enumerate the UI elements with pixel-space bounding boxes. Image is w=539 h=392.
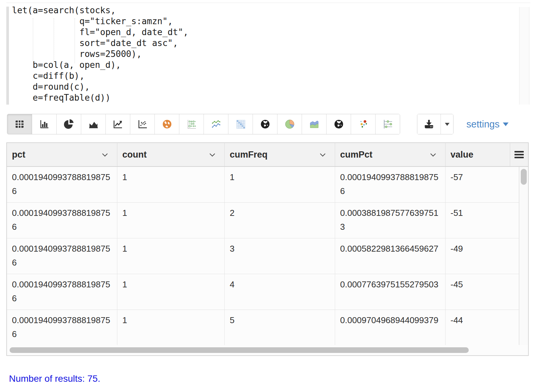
- viz-pie-color-button[interactable]: [277, 114, 302, 134]
- download-button-group: [417, 114, 453, 134]
- settings-link[interactable]: settings: [466, 114, 509, 134]
- multi-line-chart-icon: [211, 119, 221, 129]
- column-label: cumFreq: [230, 150, 268, 160]
- table-row: 0.00019409937888198756 1 1 0.00019409937…: [7, 167, 528, 203]
- viz-scatter-color-button[interactable]: [351, 114, 375, 134]
- viz-table-button[interactable]: [7, 114, 32, 134]
- viz-area-color-button[interactable]: [302, 114, 326, 134]
- column-header-count[interactable]: count: [117, 143, 225, 166]
- cell-cumPct: 0.0009704968944099379: [335, 310, 446, 345]
- column-header-pct[interactable]: pct: [7, 143, 117, 166]
- area-chart-icon: [88, 119, 99, 129]
- sliders-icon: [382, 119, 393, 129]
- viz-multi-line-button[interactable]: [204, 114, 228, 134]
- viz-scatter-button[interactable]: [130, 114, 154, 134]
- cell-value: -45: [446, 274, 519, 310]
- cell-cumPct: 0.00019409937888198756: [335, 167, 446, 202]
- editor-gutter-bar: [6, 7, 9, 105]
- line-chart-icon: [113, 119, 123, 129]
- viz-dot-grid-button[interactable]: [179, 114, 204, 134]
- cell-cumFreq: 1: [225, 167, 335, 202]
- horizontal-scrollbar-track[interactable]: [7, 345, 528, 355]
- cell-value: -51: [446, 203, 519, 238]
- code-editor[interactable]: let(a=search(stocks, q="ticker_s:amzn", …: [6, 3, 530, 108]
- editor-scrollbar-track[interactable]: [519, 7, 529, 105]
- scatter-plot-icon: [137, 119, 148, 129]
- viz-area-chart-button[interactable]: [81, 114, 105, 134]
- cell-cumPct: 0.00038819875776397513: [335, 203, 446, 238]
- download-options-button[interactable]: [441, 114, 453, 134]
- scatter-color-icon: [358, 119, 369, 129]
- globe-dark-icon: [260, 119, 270, 129]
- viz-line-chart-button[interactable]: [105, 114, 130, 134]
- chevron-down-icon[interactable]: [102, 153, 108, 157]
- cell-count: 1: [117, 310, 225, 345]
- cell-pct: 0.00019409937888198756: [7, 310, 117, 345]
- viz-bar-chart-button[interactable]: [32, 114, 56, 134]
- hamburger-menu-icon: [514, 151, 524, 158]
- viz-globe-dark-2-button[interactable]: [326, 114, 351, 134]
- cell-cumFreq: 5: [225, 310, 335, 345]
- cell-cumFreq: 2: [225, 203, 335, 238]
- cell-count: 1: [117, 167, 225, 202]
- column-header-cumFreq[interactable]: cumFreq: [225, 143, 335, 166]
- results-count-text: Number of results: 75.: [9, 373, 100, 384]
- column-label: cumPct: [340, 150, 373, 160]
- results-table: pct count cumFreq cumPct: [6, 142, 529, 356]
- column-header-value[interactable]: value: [446, 143, 510, 166]
- table-row: 0.00019409937888198756 1 4 0.00077639751…: [7, 274, 528, 310]
- page: let(a=search(stocks, q="ticker_s:amzn", …: [0, 0, 539, 392]
- caret-down-icon: [503, 122, 509, 126]
- chevron-down-icon[interactable]: [430, 153, 436, 157]
- table-icon: [14, 119, 25, 129]
- cell-pct: 0.00019409937888198756: [7, 203, 117, 238]
- viz-pie-chart-button[interactable]: [56, 114, 81, 134]
- download-button[interactable]: [417, 114, 441, 134]
- pie-chart-icon: [64, 119, 74, 129]
- download-icon: [423, 119, 435, 129]
- viz-globe-orange-button[interactable]: [154, 114, 179, 134]
- viz-button-group: [7, 114, 400, 134]
- viz-globe-dark-button[interactable]: [253, 114, 277, 134]
- cell-cumPct: 0.0007763975155279503: [335, 274, 446, 310]
- viz-heatmap-button[interactable]: [228, 114, 253, 134]
- table-header-row: pct count cumFreq cumPct: [7, 143, 528, 167]
- table-row: 0.00019409937888198756 1 5 0.00097049689…: [7, 310, 528, 345]
- cell-count: 1: [117, 274, 225, 310]
- caret-down-icon: [445, 123, 449, 126]
- cell-pct: 0.00019409937888198756: [7, 238, 117, 274]
- streaming-expression-code[interactable]: let(a=search(stocks, q="ticker_s:amzn", …: [12, 5, 188, 103]
- heatmap-icon: [235, 119, 246, 129]
- chevron-down-icon[interactable]: [320, 153, 326, 157]
- vertical-scrollbar-track[interactable]: [519, 167, 528, 345]
- globe-orange-icon: [162, 119, 172, 129]
- pie-chart-color-icon: [284, 119, 295, 129]
- viz-sliders-button[interactable]: [375, 114, 400, 134]
- table-row: 0.00019409937888198756 1 3 0.00058229813…: [7, 238, 528, 274]
- cell-cumFreq: 4: [225, 274, 335, 310]
- cell-cumFreq: 3: [225, 238, 335, 274]
- table-body: 0.00019409937888198756 1 1 0.00019409937…: [7, 167, 528, 345]
- column-header-cumPct[interactable]: cumPct: [335, 143, 446, 166]
- globe-dark-icon: [333, 119, 344, 129]
- visualization-toolbar: settings: [7, 114, 531, 134]
- horizontal-scrollbar-thumb[interactable]: [10, 347, 469, 353]
- column-label: count: [122, 150, 147, 160]
- vertical-scrollbar-thumb[interactable]: [521, 169, 527, 185]
- dot-grid-icon: [186, 119, 197, 129]
- column-label: value: [450, 150, 473, 160]
- cell-pct: 0.00019409937888198756: [7, 167, 117, 202]
- cell-value: -44: [446, 310, 519, 345]
- cell-count: 1: [117, 238, 225, 274]
- cell-pct: 0.00019409937888198756: [7, 274, 117, 310]
- table-row: 0.00019409937888198756 1 2 0.00038819875…: [7, 203, 528, 238]
- cell-cumPct: 0.0005822981366459627: [335, 238, 446, 274]
- bar-chart-icon: [39, 119, 50, 129]
- settings-label: settings: [466, 119, 500, 130]
- chevron-down-icon[interactable]: [210, 153, 215, 157]
- table-menu-button[interactable]: [510, 143, 528, 166]
- cell-value: -49: [446, 238, 519, 274]
- cell-value: -57: [446, 167, 519, 202]
- column-label: pct: [12, 150, 26, 160]
- area-chart-color-icon: [309, 119, 320, 129]
